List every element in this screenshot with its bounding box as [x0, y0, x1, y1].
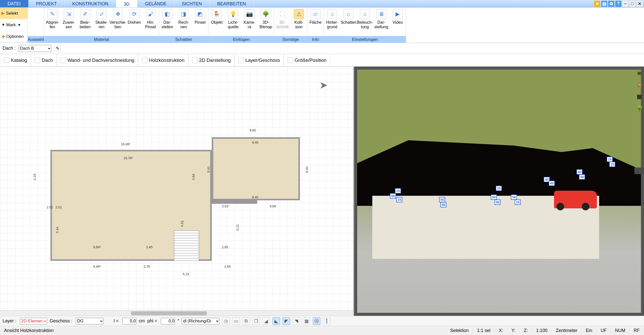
- menu-bearbeiten[interactable]: BEARBEITEN: [210, 0, 254, 7]
- ribbon-rechnen[interactable]: ◨Rech-nen: [175, 8, 192, 36]
- optionen-button[interactable]: ✚ Optionen: [0, 31, 27, 43]
- max-icon[interactable]: □: [629, 1, 635, 7]
- group-icon[interactable]: ⧉: [242, 317, 250, 325]
- menu-sichten[interactable]: SICHTEN: [174, 0, 210, 7]
- ribbon-beleuchtung[interactable]: ⌂Beleuch-tung: [357, 8, 373, 36]
- roof-badge[interactable]: 50: [495, 200, 501, 205]
- edit-icon[interactable]: ✎: [54, 45, 60, 51]
- car[interactable]: [554, 191, 597, 208]
- tab-layergeschoss[interactable]: Layer/Geschoss: [234, 54, 284, 66]
- selekt-button[interactable]: ▶ Selekt: [0, 8, 27, 19]
- dach-select[interactable]: Dach B: [19, 45, 51, 52]
- menu-konstruktion[interactable]: KONSTRUKTION: [65, 0, 116, 7]
- ribbon-kamera[interactable]: 📷Kame-ra: [241, 8, 258, 36]
- screen-icon[interactable]: ▭: [232, 317, 240, 325]
- ribbon-hinpinsel[interactable]: 🖌Hin.Pinsel: [142, 8, 159, 36]
- menu-datei[interactable]: DATEI: [0, 0, 28, 7]
- ribbon-dschnitt[interactable]: ⛶3D-Schnitt: [274, 8, 291, 36]
- view3-icon[interactable]: ◤: [283, 317, 290, 325]
- roof-badge[interactable]: 40: [579, 174, 585, 180]
- tab-katalog[interactable]: Katalog: [0, 54, 31, 66]
- menu-gelaende[interactable]: GELÄNDE: [137, 0, 174, 7]
- indicator-icon[interactable]: ┇: [323, 317, 330, 325]
- menu-projekt[interactable]: PROJEKT: [28, 0, 65, 7]
- tab-wandunddachverschneidung[interactable]: Wand- und Dachverschneidung: [57, 54, 138, 66]
- north-btn[interactable]: Ⓝ: [313, 317, 320, 325]
- stairs[interactable]: [174, 231, 199, 261]
- view1-icon[interactable]: ◢: [262, 317, 270, 325]
- viewport[interactable]: 50155050505050154040404015151515: [357, 70, 641, 313]
- grid-icon[interactable]: ▦: [303, 317, 310, 325]
- ribbon-bearbeiten[interactable]: ✐Bear-beiten: [77, 8, 93, 36]
- tab-dach[interactable]: Dach: [31, 54, 56, 66]
- h-scrollbar[interactable]: [0, 310, 353, 316]
- tool-icon[interactable]: ✕: [594, 1, 600, 7]
- help-icon[interactable]: ?: [615, 1, 621, 7]
- ribbon-dbitmap[interactable]: 🌳3D-Bitmap: [258, 8, 274, 36]
- roof-badge[interactable]: 50: [439, 197, 445, 202]
- ◨-icon: ◨: [179, 9, 189, 19]
- plan-view[interactable]: ➤ 9.60 8.40 8.40 16.06² 15.78² 2.01 3.01…: [0, 67, 354, 316]
- tab-icon: [238, 58, 244, 63]
- ribbon-darstellen[interactable]: ◧Dar-stellen: [159, 8, 175, 36]
- ribbon-pinsel[interactable]: ◩Pinsel: [192, 8, 208, 36]
- roof-badge[interactable]: 50: [440, 202, 446, 207]
- ribbon-zuweisen[interactable]: ⇲Zuwei-sen: [60, 8, 77, 36]
- ribbon-objekt[interactable]: 🪑Objekt: [208, 8, 225, 36]
- tool3-icon[interactable]: ♻: [608, 1, 614, 7]
- palette-icon[interactable]: ▦: [635, 93, 643, 100]
- ribbon-verschieben[interactable]: ✥Verschie-ben: [110, 8, 126, 36]
- layers-icon[interactable]: ≋: [635, 70, 643, 77]
- ribbon-hintergrund[interactable]: ⌂Hinter-grund: [324, 8, 340, 36]
- roof-badge[interactable]: 50: [511, 194, 517, 200]
- dim: 2.85: [224, 265, 231, 268]
- phi-input[interactable]: [161, 318, 175, 324]
- ribbon-flche[interactable]: ▱Fläche: [307, 8, 324, 36]
- ribbon-drehen[interactable]: ⟳Drehen: [126, 8, 142, 36]
- ribbon-abgreifen[interactable]: ✎Abgrei-fen: [44, 8, 60, 36]
- wall: [212, 200, 257, 204]
- furniture-icon[interactable]: 🪑: [635, 81, 643, 89]
- clock-icon[interactable]: ◷: [222, 317, 230, 325]
- side-handle[interactable]: [634, 167, 644, 174]
- view4-icon[interactable]: ◥: [293, 317, 300, 325]
- copy-icon[interactable]: ❐: [252, 317, 260, 325]
- roof-badge[interactable]: 50: [491, 194, 497, 200]
- slab-annex[interactable]: [212, 137, 300, 200]
- tab-ddarstellung[interactable]: 2D Darstellung: [188, 54, 235, 66]
- roof-badge[interactable]: 15: [396, 197, 402, 202]
- roof-badge[interactable]: 50: [390, 193, 396, 199]
- roof-badge[interactable]: 40: [576, 169, 582, 175]
- roof-badge[interactable]: 15: [496, 186, 502, 191]
- mode-select[interactable]: dl (Richtung/Di: [182, 318, 220, 324]
- ribbon-video[interactable]: ▶Video: [389, 8, 406, 36]
- group-sonstige: Sonstige: [274, 36, 307, 43]
- menu-3d[interactable]: 3D: [116, 0, 137, 7]
- roof-badge[interactable]: 15: [395, 188, 401, 193]
- close-icon[interactable]: ✕: [636, 1, 642, 7]
- scroll-thumb[interactable]: [131, 311, 207, 315]
- min-icon[interactable]: –: [622, 1, 628, 7]
- mark-button[interactable]: ✦ Mark. ▾: [0, 19, 27, 31]
- roof-badge[interactable]: 15: [607, 157, 613, 162]
- tab-greposition[interactable]: Größe/Position: [284, 54, 330, 66]
- tab-holzkonstruktion[interactable]: Holzkonstruktion: [138, 54, 188, 66]
- ribbon-kollision[interactable]: ⚠Kolli-sion: [291, 8, 307, 36]
- roof-badge[interactable]: 40: [549, 181, 555, 186]
- tree-icon[interactable]: 🌳: [635, 104, 643, 112]
- l-input[interactable]: [122, 318, 136, 324]
- roof-badge[interactable]: 15: [515, 200, 521, 205]
- geschoss-select[interactable]: DG: [76, 318, 104, 324]
- ⌂-icon: ⌂: [327, 9, 337, 19]
- 3d-view[interactable]: 50155050505050154040404015151515 ≋ 🪑 ▦ 🌳: [354, 67, 644, 316]
- ribbon-skalieren[interactable]: ⤢Skalie-ren: [93, 8, 110, 36]
- ribbon-schatten[interactable]: ⌂Schatten: [340, 8, 357, 36]
- bottom-toolbar: Layer : 2D-Elemen Geschoss : DG l = cm p…: [0, 316, 644, 326]
- layer-select[interactable]: 2D-Elemen: [20, 318, 47, 324]
- ribbon-lichtquelle[interactable]: 💡Licht-quelle: [225, 8, 241, 36]
- roof-badge[interactable]: 15: [609, 162, 615, 167]
- tool2-icon[interactable]: ▤: [601, 1, 607, 7]
- view2-icon[interactable]: ◣: [272, 317, 280, 325]
- ribbon-darstellung[interactable]: 🖥Dar-stellung: [373, 8, 389, 36]
- menubar: DATEI PROJEKT KONSTRUKTION 3D GELÄNDE SI…: [0, 0, 644, 8]
